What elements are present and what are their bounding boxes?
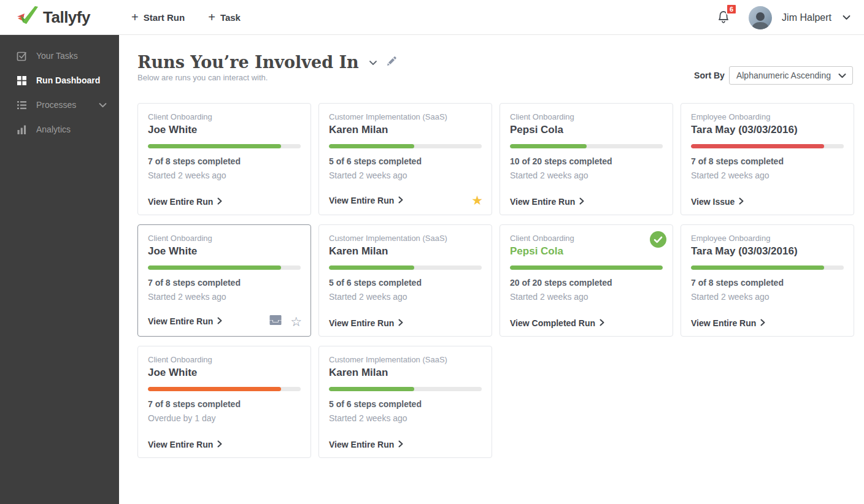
progress-fill — [691, 265, 824, 270]
run-card[interactable]: Client OnboardingJoe White7 of 8 steps c… — [137, 103, 311, 215]
sort-select[interactable]: Alphanumeric Ascending — [729, 66, 853, 85]
tasks-icon — [17, 51, 27, 61]
view-run-link-label: View Entire Run — [329, 318, 394, 328]
plus-icon: + — [208, 11, 215, 23]
notification-count-badge: 6 — [726, 4, 737, 15]
run-status-text: Started 2 weeks ago — [329, 292, 482, 302]
logo-wordmark: Tallyfy — [43, 8, 90, 27]
notifications-button[interactable]: 6 — [717, 9, 730, 26]
card-footer: View Entire Run — [148, 197, 302, 207]
card-footer: View Completed Run — [510, 318, 664, 328]
run-status-text: Started 2 weeks ago — [691, 292, 844, 302]
view-run-link[interactable]: View Entire Run — [329, 196, 403, 205]
steps-completed-text: 7 of 8 steps completed — [148, 399, 301, 409]
view-run-link[interactable]: View Entire Run — [691, 318, 765, 328]
progress-fill — [329, 387, 414, 391]
user-menu-chevron-down-icon[interactable] — [843, 15, 850, 20]
run-name: Joe White — [148, 367, 301, 379]
tallyfy-logo[interactable]: Tallyfy — [16, 5, 108, 29]
run-card[interactable]: Customer Implementation (SaaS)Karen Mila… — [318, 224, 492, 337]
title-chevron-down-icon[interactable] — [369, 57, 377, 68]
chevron-right-icon — [600, 318, 604, 328]
run-card[interactable]: Client OnboardingPepsi Cola10 of 20 step… — [500, 103, 673, 215]
chevron-right-icon — [217, 197, 222, 207]
run-status-text: Started 2 weeks ago — [148, 170, 301, 180]
sidebar-item-label: Processes — [36, 100, 76, 110]
card-footer: View Entire Run★ — [329, 194, 483, 207]
tallyfy-logo-icon — [16, 5, 40, 29]
view-run-link-label: View Issue — [691, 197, 735, 207]
processes-icon — [17, 100, 27, 110]
select-chevron-down-icon — [838, 71, 846, 80]
star-outline-icon[interactable]: ☆ — [290, 315, 302, 328]
run-name: Tara May (03/03/2016) — [691, 245, 844, 258]
top-header: Tallyfy + Start Run + Task 6 Jim Halpert — [0, 0, 864, 35]
steps-completed-text: 5 of 6 steps completed — [329, 156, 482, 166]
chevron-down-icon — [99, 102, 107, 108]
main-content: Runs You’re Involved In Below are runs y… — [119, 35, 864, 504]
edit-pencil-icon[interactable] — [386, 56, 396, 69]
runs-grid: Client OnboardingJoe White7 of 8 steps c… — [137, 103, 854, 458]
user-name[interactable]: Jim Halpert — [782, 12, 831, 23]
view-run-link-label: View Entire Run — [329, 196, 394, 205]
run-card[interactable]: Employee OnboardingTara May (03/03/2016)… — [681, 224, 854, 337]
card-footer: View Entire Run☆ — [148, 315, 302, 328]
progress-bar — [691, 265, 844, 270]
view-run-link[interactable]: View Completed Run — [510, 318, 604, 328]
card-footer: View Entire Run — [329, 440, 483, 449]
steps-completed-text: 7 of 8 steps completed — [148, 278, 301, 288]
run-card[interactable]: Employee OnboardingTara May (03/03/2016)… — [681, 103, 854, 215]
view-run-link-label: View Completed Run — [510, 318, 595, 328]
card-footer: View Issue — [691, 197, 845, 207]
task-label: Task — [220, 12, 241, 23]
run-status-text: Started 2 weeks ago — [329, 170, 482, 180]
sidebar-item-processes[interactable]: Processes — [0, 93, 119, 117]
run-card[interactable]: Customer Implementation (SaaS)Karen Mila… — [318, 103, 492, 215]
star-filled-icon[interactable]: ★ — [471, 194, 483, 207]
chevron-right-icon — [217, 440, 222, 449]
progress-bar — [329, 387, 482, 391]
run-name: Karen Milan — [329, 124, 482, 136]
view-run-link[interactable]: View Entire Run — [329, 318, 403, 328]
sidebar-item-run-dashboard[interactable]: Run Dashboard — [0, 68, 119, 93]
view-run-link-label: View Entire Run — [148, 440, 213, 449]
avatar[interactable] — [749, 6, 772, 29]
sidebar-item-label: Your Tasks — [36, 51, 78, 61]
run-process-label: Customer Implementation (SaaS) — [329, 234, 482, 243]
inbox-icon[interactable] — [269, 315, 282, 328]
view-run-link[interactable]: View Entire Run — [148, 197, 222, 207]
card-footer: View Entire Run — [148, 440, 302, 449]
run-name: Karen Milan — [329, 367, 482, 379]
run-status-text: Started 2 weeks ago — [148, 292, 301, 302]
run-process-label: Customer Implementation (SaaS) — [329, 355, 482, 364]
progress-fill — [148, 144, 281, 148]
progress-fill — [148, 387, 281, 391]
card-footer: View Entire Run — [691, 318, 845, 328]
view-run-link[interactable]: View Entire Run — [148, 316, 222, 326]
progress-fill — [691, 144, 824, 148]
view-run-link[interactable]: View Entire Run — [329, 440, 403, 449]
view-run-link[interactable]: View Entire Run — [510, 197, 584, 207]
add-task-button[interactable]: + Task — [208, 11, 241, 23]
run-process-label: Client Onboarding — [510, 112, 663, 121]
progress-bar — [691, 144, 844, 148]
steps-completed-text: 7 of 8 steps completed — [691, 156, 844, 166]
run-card[interactable]: Customer Implementation (SaaS)Karen Mila… — [318, 346, 492, 458]
steps-completed-text: 5 of 6 steps completed — [329, 278, 482, 288]
view-run-link[interactable]: View Issue — [691, 197, 744, 207]
chevron-right-icon — [579, 197, 584, 207]
sidebar-item-your-tasks[interactable]: Your Tasks — [0, 44, 119, 68]
sidebar-item-label: Run Dashboard — [36, 75, 100, 85]
progress-bar — [148, 144, 301, 148]
chevron-right-icon — [739, 197, 744, 207]
run-process-label: Customer Implementation (SaaS) — [329, 112, 482, 121]
start-run-button[interactable]: + Start Run — [131, 11, 185, 23]
progress-bar — [148, 265, 301, 270]
run-card[interactable]: Client OnboardingJoe White7 of 8 steps c… — [137, 224, 311, 337]
run-card[interactable]: Client OnboardingPepsi Cola20 of 20 step… — [500, 224, 673, 337]
run-card[interactable]: Client OnboardingJoe White7 of 8 steps c… — [137, 346, 311, 458]
run-name: Joe White — [148, 245, 301, 258]
sidebar-item-analytics[interactable]: Analytics — [0, 117, 119, 142]
view-run-link[interactable]: View Entire Run — [148, 440, 222, 449]
steps-completed-text: 7 of 8 steps completed — [148, 156, 301, 166]
